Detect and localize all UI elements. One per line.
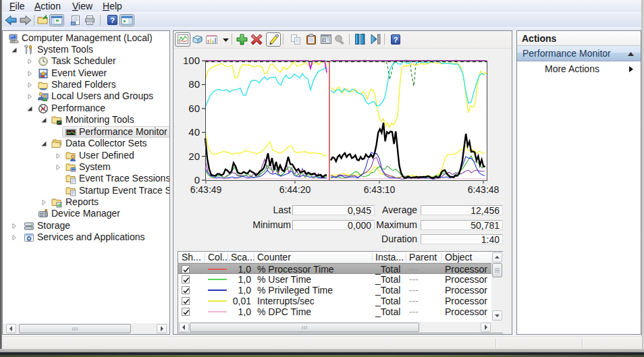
svg-text:?: ?	[394, 36, 398, 44]
svg-text:?: ?	[110, 16, 115, 24]
